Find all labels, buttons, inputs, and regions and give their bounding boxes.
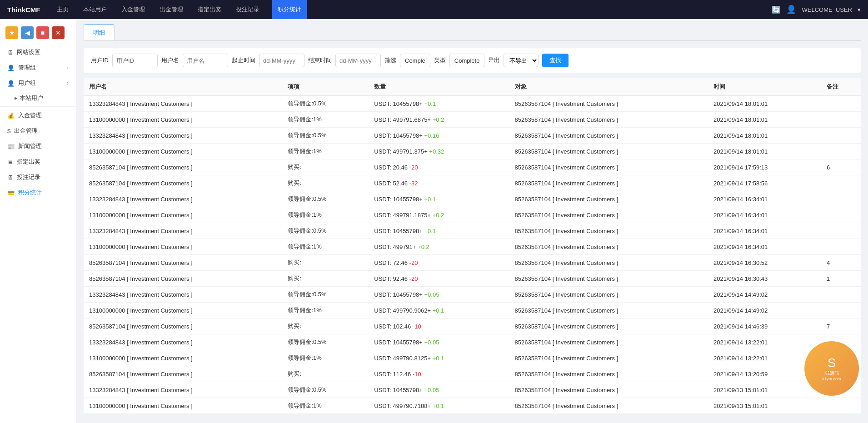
tab-detail[interactable]: 明细 xyxy=(84,25,115,40)
refresh-icon[interactable]: 🔄 xyxy=(772,5,781,14)
nav-deposit[interactable]: 入金管理 xyxy=(120,0,147,19)
sidebar-item-news-mgmt[interactable]: 📰 新闻管理 xyxy=(0,139,76,154)
table-row: 85263587104 [ Investment Customers ] 购买:… xyxy=(84,159,861,175)
sidebar-icon-star[interactable]: ★ xyxy=(5,26,18,39)
user-name-label: 用户名 xyxy=(161,56,179,65)
cell-quantity: USDT: 10455798+ +0.05 xyxy=(369,334,509,350)
sidebar-item-site-users[interactable]: ▸ 本站用户 xyxy=(0,91,76,105)
start-time-input[interactable] xyxy=(259,54,304,67)
table-row: 13100000000 [ Investment Customers ] 领导佣… xyxy=(84,239,861,255)
cell-username: 13100000000 [ Investment Customers ] xyxy=(84,239,282,255)
sidebar-icon-square[interactable]: ■ xyxy=(36,26,49,39)
cell-remark xyxy=(821,96,861,112)
table-row: 85263587104 [ Investment Customers ] 购买:… xyxy=(84,175,861,191)
top-nav: ThinkCMF 主页 本站用户 入金管理 出金管理 指定出奖 投注记录 积分统… xyxy=(0,0,868,19)
table-row: 13323284843 [ Investment Customers ] 领导佣… xyxy=(84,191,861,207)
sidebar-item-deposit-mgmt[interactable]: 💰 入金管理 xyxy=(0,108,76,123)
record-icon: 🖥 xyxy=(7,174,13,181)
watermark-url: k1ym.com xyxy=(822,377,841,381)
monitor-icon: 🖥 xyxy=(7,49,13,56)
table-row: 13323284843 [ Investment Customers ] 领导佣… xyxy=(84,334,861,350)
cell-time: 2021/09/14 14:46:39 xyxy=(708,318,821,334)
cell-item: 领导佣金:1% xyxy=(282,398,369,414)
cell-username: 13100000000 [ Investment Customers ] xyxy=(84,144,282,159)
cell-target: 85263587104 [ Investment Customers ] xyxy=(509,334,708,350)
bullet-icon: ▸ xyxy=(15,95,18,101)
cell-time: 2021/09/14 14:49:02 xyxy=(708,303,821,318)
table-row: 13323284843 [ Investment Customers ] 领导佣… xyxy=(84,287,861,303)
dollar-icon: $ xyxy=(7,128,10,134)
comple-badge: Comple xyxy=(400,54,430,67)
main-content: 明细 用户ID 用户名 起止时间 结束时间 筛选 Comple 类型 Compl… xyxy=(76,19,868,423)
cell-remark xyxy=(821,112,861,128)
end-time-input[interactable] xyxy=(335,54,381,67)
table-row: 85263587104 [ Investment Customers ] 购买:… xyxy=(84,255,861,271)
chevron-right-icon: › xyxy=(67,65,69,71)
sidebar-item-user-group[interactable]: 👤 用户组 › xyxy=(0,75,76,91)
cell-time: 2021/09/14 18:01:01 xyxy=(708,128,821,144)
cell-target: 85263587104 [ Investment Customers ] xyxy=(509,207,708,223)
nav-reward[interactable]: 指定出奖 xyxy=(196,0,223,19)
cell-remark xyxy=(821,223,861,239)
cell-username: 13323284843 [ Investment Customers ] xyxy=(84,287,282,303)
user-id-label: 用户ID xyxy=(91,56,109,65)
cell-time: 2021/09/14 14:49:02 xyxy=(708,287,821,303)
cell-remark xyxy=(821,287,861,303)
cell-username: 85263587104 [ Investment Customers ] xyxy=(84,366,282,382)
cell-item: 领导佣金:0.5% xyxy=(282,334,369,350)
cell-target: 85263587104 [ Investment Customers ] xyxy=(509,382,708,398)
nav-users[interactable]: 本站用户 xyxy=(81,0,109,19)
sidebar-item-website-settings[interactable]: 🖥 网站设置 xyxy=(0,45,76,60)
cell-username: 85263587104 [ Investment Customers ] xyxy=(84,159,282,175)
cell-quantity: USDT: 499790.8125+ +0.1 xyxy=(369,350,509,366)
cell-remark: 1 xyxy=(821,271,861,287)
cell-remark: 7 xyxy=(821,318,861,334)
table-row: 85263587104 [ Investment Customers ] 购买:… xyxy=(84,318,861,334)
sidebar-item-withdraw-mgmt[interactable]: $ 出金管理 xyxy=(0,123,76,139)
sidebar-item-reward-mgmt[interactable]: 🖥 指定出奖 xyxy=(0,154,76,169)
sidebar-item-points[interactable]: 💳 积分统计 xyxy=(0,185,76,200)
cell-item: 购买: xyxy=(282,175,369,191)
cell-target: 85263587104 [ Investment Customers ] xyxy=(509,271,708,287)
cell-time: 2021/09/14 16:30:52 xyxy=(708,255,821,271)
cell-item: 购买: xyxy=(282,255,369,271)
nav-points[interactable]: 积分统计 xyxy=(272,0,307,19)
cell-quantity: USDT: 10455798+ +0.1 xyxy=(369,96,509,112)
top-nav-left: ThinkCMF 主页 本站用户 入金管理 出金管理 指定出奖 投注记录 积分统… xyxy=(7,0,307,19)
user-name-input[interactable] xyxy=(183,54,228,67)
search-button[interactable]: 查找 xyxy=(542,54,569,67)
cell-target: 85263587104 [ Investment Customers ] xyxy=(509,112,708,128)
sidebar-icon-back[interactable]: ◀ xyxy=(21,26,34,39)
sidebar-label-betting: 投注记录 xyxy=(17,173,40,181)
chevron-right-icon-2: › xyxy=(67,80,69,86)
sidebar-item-admin-group[interactable]: 👤 管理组 › xyxy=(0,60,76,75)
sidebar-label-admin: 管理组 xyxy=(18,64,36,72)
cell-target: 85263587104 [ Investment Customers ] xyxy=(509,366,708,382)
brand-logo: ThinkCMF xyxy=(7,6,40,14)
nav-betting[interactable]: 投注记录 xyxy=(234,0,261,19)
cell-time: 2021/09/13 15:01:01 xyxy=(708,382,821,398)
export-select[interactable]: 不导出 xyxy=(504,54,539,67)
user-id-input[interactable] xyxy=(112,54,158,67)
end-time-label: 结束时间 xyxy=(308,56,332,65)
cell-quantity: USDT: 72.46 -20 xyxy=(369,255,509,271)
username-label: WELCOME_USER xyxy=(802,6,852,13)
cell-quantity: USDT: 499790.9062+ +0.1 xyxy=(369,303,509,318)
cell-username: 13323284843 [ Investment Customers ] xyxy=(84,128,282,144)
cell-quantity: USDT: 499791.1875+ +0.2 xyxy=(369,207,509,223)
cell-item: 购买: xyxy=(282,366,369,382)
cell-target: 85263587104 [ Investment Customers ] xyxy=(509,287,708,303)
sidebar-item-betting-record[interactable]: 🖥 投注记录 xyxy=(0,169,76,185)
table-row: 13323284843 [ Investment Customers ] 领导佣… xyxy=(84,223,861,239)
nav-withdraw[interactable]: 出金管理 xyxy=(158,0,185,19)
cell-remark xyxy=(821,175,861,191)
nav-home[interactable]: 主页 xyxy=(55,0,70,19)
table-row: 85263587104 [ Investment Customers ] 购买:… xyxy=(84,271,861,287)
cell-target: 85263587104 [ Investment Customers ] xyxy=(509,398,708,414)
user-dropdown-icon[interactable]: ▾ xyxy=(858,6,861,13)
table-row: 13100000000 [ Investment Customers ] 领导佣… xyxy=(84,350,861,366)
cell-remark xyxy=(821,191,861,207)
sidebar-label-reward: 指定出奖 xyxy=(17,158,40,166)
cell-username: 13100000000 [ Investment Customers ] xyxy=(84,398,282,414)
sidebar-icon-close[interactable]: ✕ xyxy=(52,26,65,39)
